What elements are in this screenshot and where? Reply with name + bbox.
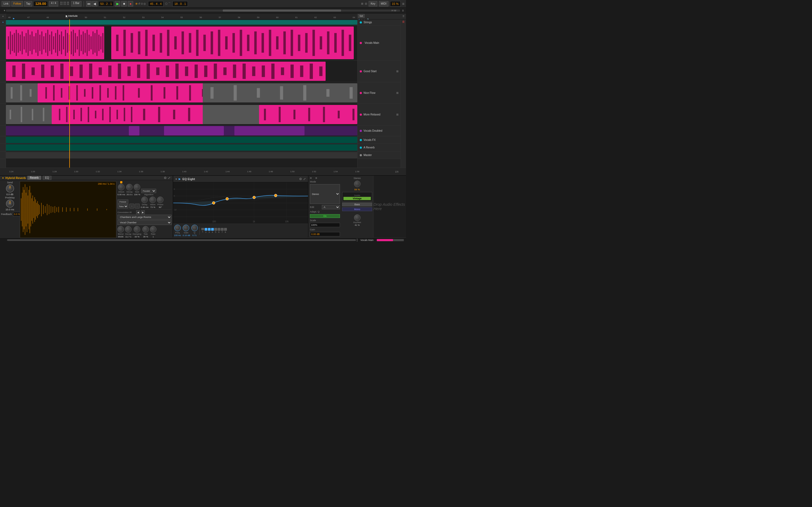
- band-7[interactable]: 7: [221, 228, 223, 233]
- wave-knob[interactable]: [149, 196, 156, 203]
- band-2[interactable]: 2: [205, 228, 207, 233]
- rewind-button[interactable]: ⏮: [86, 1, 92, 6]
- blend-knob[interactable]: [117, 226, 124, 233]
- eq-power-btn[interactable]: ●: [175, 177, 177, 180]
- decay-knob[interactable]: [126, 184, 133, 190]
- play-button[interactable]: ▶: [115, 1, 120, 6]
- band7-checkbox[interactable]: [221, 228, 223, 231]
- band-3[interactable]: 3: [208, 228, 211, 233]
- dry-wet-knob[interactable]: [354, 214, 360, 221]
- damping-knob[interactable]: [134, 226, 140, 233]
- ir-label: Convolution IR: [117, 211, 135, 214]
- band-1[interactable]: 1: [201, 228, 204, 233]
- reverb-resize[interactable]: ⤢: [168, 176, 170, 180]
- link-button[interactable]: Link: [2, 1, 10, 6]
- side-panel-toggle[interactable]: ⠿: [403, 15, 404, 18]
- send-knob[interactable]: [6, 184, 14, 192]
- scale-input[interactable]: [310, 223, 340, 227]
- eq-tab-reverb[interactable]: EQ: [43, 176, 51, 180]
- collapse-track-btn[interactable]: ▾: [2, 21, 3, 23]
- more-relaxed-clip-btn[interactable]: ⊞: [396, 113, 398, 116]
- freeze-btn1[interactable]: +: [130, 204, 134, 209]
- stop-button[interactable]: ■: [121, 1, 127, 6]
- position-display[interactable]: 50 . 2 . 1: [99, 1, 114, 6]
- clips-area[interactable]: [6, 19, 357, 168]
- set-button[interactable]: Set: [358, 14, 365, 18]
- svg-rect-219: [28, 195, 28, 224]
- q-knob[interactable]: [191, 225, 198, 231]
- prev-button[interactable]: ◀: [92, 1, 97, 6]
- decay2-knob[interactable]: [125, 226, 132, 233]
- arr-collapse[interactable]: ▾: [4, 9, 5, 12]
- freeze-btn2[interactable]: -: [135, 204, 140, 209]
- delay-knob[interactable]: [141, 196, 148, 203]
- ir-prev-btn[interactable]: ◀: [136, 210, 140, 214]
- freeze-button[interactable]: Freeze: [117, 200, 128, 204]
- eq-gain-knob[interactable]: [183, 225, 189, 231]
- band1-shape[interactable]: [201, 228, 204, 230]
- stereo-knob[interactable]: [354, 181, 360, 187]
- band-5[interactable]: 5: [214, 228, 217, 233]
- bottom-scroll-bar[interactable]: [7, 239, 356, 241]
- band-4[interactable]: 4: [211, 228, 214, 233]
- tempo-display[interactable]: 129.00: [33, 1, 48, 6]
- reverb-waveform[interactable]: 290 ms / 1.34 s: [20, 181, 116, 238]
- svg-rect-66: [240, 30, 242, 56]
- collapse-all[interactable]: ▾: [2, 15, 3, 17]
- eq-settings[interactable]: ⚙: [299, 177, 302, 181]
- end-position[interactable]: 45 . 4 . 4: [148, 1, 163, 6]
- eq-play-btn[interactable]: ▶: [179, 177, 181, 180]
- follow-button[interactable]: Follow: [11, 1, 23, 6]
- record-button[interactable]: ●: [128, 1, 133, 6]
- svg-rect-222: [31, 193, 31, 227]
- eq-resize[interactable]: ⤢: [303, 177, 306, 181]
- band2-checkbox[interactable]: [205, 228, 207, 231]
- key-button[interactable]: Key: [369, 1, 377, 6]
- size-knob[interactable]: [134, 184, 140, 190]
- ir-preset-select[interactable]: Vocal Chamber: [117, 220, 171, 225]
- reverb-settings[interactable]: ⚙: [164, 176, 167, 180]
- attack-knob[interactable]: [118, 184, 124, 190]
- band5-checkbox[interactable]: [214, 228, 217, 231]
- algorithm-select[interactable]: Parallel Series: [141, 189, 156, 193]
- ir-category-select[interactable]: Chambers and Large Rooms: [117, 215, 171, 220]
- zoom-level[interactable]: 15 %: [390, 1, 401, 6]
- scroll-down[interactable]: ▼: [356, 240, 358, 242]
- hw-buttons[interactable]: H W: [392, 9, 397, 12]
- reverb-tab[interactable]: Reverb: [27, 176, 41, 180]
- loop-end[interactable]: 18 . 0 . 1: [172, 1, 188, 6]
- quantize-select[interactable]: 1 Bar: [71, 1, 82, 6]
- time-sig[interactable]: 4 / 4: [49, 1, 58, 6]
- tap-button[interactable]: Tap: [24, 1, 32, 6]
- freq-knob[interactable]: [174, 225, 181, 231]
- scroll-up[interactable]: ▲: [356, 238, 358, 240]
- dry-wet-col: Dry/Wet 41 %: [353, 214, 361, 226]
- freeze-select[interactable]: Tides: [117, 204, 128, 209]
- svg-rect-115: [11, 87, 13, 99]
- band-8[interactable]: 8: [224, 228, 227, 233]
- predelay-knob[interactable]: ms: [6, 200, 14, 208]
- reverb-power-btn[interactable]: ●: [2, 176, 4, 179]
- nice-flow-clip-btn[interactable]: ⊞: [396, 92, 398, 94]
- vintage-button[interactable]: Vintage: [344, 197, 371, 200]
- rate-knob[interactable]: [150, 226, 156, 233]
- menu-icon[interactable]: ≡: [402, 9, 404, 12]
- on-button[interactable]: On: [310, 214, 340, 218]
- band4-checkbox[interactable]: [211, 228, 214, 231]
- mono-button[interactable]: Mono: [342, 208, 372, 211]
- eq-display[interactable]: 100 1k 10k 6 0 -12: [173, 182, 308, 224]
- ir-next-btn[interactable]: ▶: [141, 210, 145, 214]
- drop-zone[interactable]: Drop Audio Effects Here: [373, 176, 406, 237]
- bass-button[interactable]: Bass: [342, 203, 372, 206]
- phase-knob[interactable]: [157, 196, 163, 203]
- side-r-btn[interactable]: R: [403, 20, 404, 23]
- mode-select[interactable]: Stereo L/R M/S: [310, 184, 340, 204]
- edit-select[interactable]: A B: [322, 205, 340, 209]
- band-6[interactable]: 6: [218, 228, 220, 233]
- band6-checkbox[interactable]: [218, 228, 220, 231]
- tide-knob[interactable]: [142, 226, 149, 233]
- band3-checkbox[interactable]: [208, 228, 211, 231]
- good-start-clip-btn[interactable]: ⊞: [396, 70, 398, 73]
- midi-button[interactable]: MIDI: [379, 1, 389, 6]
- band8-checkbox[interactable]: [224, 228, 227, 231]
